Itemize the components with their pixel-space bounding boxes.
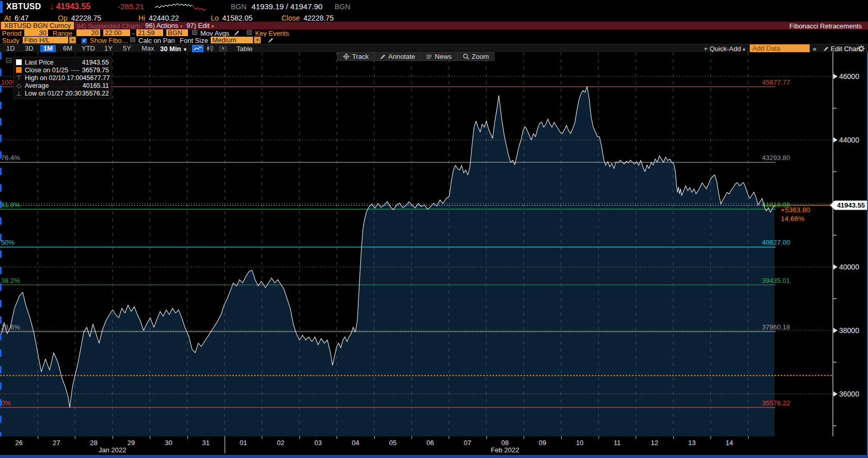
gear-icon[interactable] <box>858 45 865 52</box>
price-chart[interactable]: 100%45677.7776.4%43293.8061.8%41818.9850… <box>0 52 868 436</box>
ticker-symbol: XBTUSD <box>6 2 41 11</box>
tab-ytd[interactable]: YTD <box>78 45 98 52</box>
table-view-button[interactable]: Table <box>236 45 252 53</box>
range-tab-bar: 1D 3D 1M 6M YTD 1Y 5Y Max 30 Min ▼ ▾ Tab… <box>0 44 868 52</box>
tab-1d[interactable]: 1D <box>3 45 18 52</box>
calc-on-pan-label: Calc on Pan <box>138 37 175 44</box>
day-tick <box>449 436 449 439</box>
study-dropdown-caret[interactable]: ▾ <box>69 37 76 43</box>
tab-5y[interactable]: 5Y <box>120 45 134 52</box>
time-to-input[interactable]: 21:59 <box>136 29 163 36</box>
quick-add-button[interactable]: + Quick-Add ▾ <box>704 45 745 53</box>
date-label: 12 <box>648 439 662 447</box>
chart-plot-area[interactable]: 100%45677.7776.4%43293.8061.8%41818.9850… <box>0 52 868 436</box>
annotate-button[interactable]: Annotate <box>374 53 421 60</box>
tab-1m-selected[interactable]: 1M <box>40 45 56 52</box>
news-button[interactable]: News <box>421 53 457 60</box>
edit-chart-button[interactable]: Edit Chart <box>823 45 860 53</box>
bloomberg-terminal-window: XBTUSD ↓ 41943.55 -285.21 BGN 41939.19 /… <box>0 0 868 458</box>
tab-3d[interactable]: 3D <box>22 45 37 52</box>
y-axis-label: 40000 <box>839 263 859 271</box>
tick-arrow-icon <box>833 264 838 270</box>
stat-low: Lo41582.05 <box>211 14 252 22</box>
day-tick <box>374 436 375 439</box>
tab-max[interactable]: Max <box>138 45 157 52</box>
candlestick-chart-icon[interactable] <box>206 45 217 52</box>
security-field[interactable]: XBTUSD BGN Curncy <box>1 22 74 29</box>
date-label: 09 <box>535 439 549 447</box>
day-tick <box>113 436 113 439</box>
actions-menu[interactable]: 96) Actions ▾ <box>140 22 187 29</box>
show-fibo-label: Show Fibo… <box>90 37 128 44</box>
pencil-icon[interactable] <box>267 37 274 43</box>
chart-settings-row-1: Period 30 Range 20 22:00 - 21:59 BGN Mov… <box>0 29 868 37</box>
day-tick <box>187 436 188 439</box>
day-tick <box>636 436 636 439</box>
dash-style-sample: ---- <box>71 67 80 74</box>
key-events-checkbox[interactable] <box>247 30 252 35</box>
date-label: 30 <box>161 439 176 447</box>
study-select[interactable]: Fibo H/L <box>23 37 68 43</box>
average-marker-icon: ◇ <box>16 82 22 89</box>
interval-select[interactable]: 30 Min ▼ <box>160 45 187 53</box>
range-input[interactable]: 20 <box>76 29 100 36</box>
tab-1y[interactable]: 1Y <box>101 45 116 52</box>
tab-6m[interactable]: 6M <box>60 45 75 52</box>
collapse-chevrons[interactable]: « <box>813 45 816 53</box>
down-arrow-icon: ↓ <box>50 2 54 11</box>
legend-last-price[interactable]: Last Price 41943.55 <box>16 58 109 66</box>
period-input[interactable]: 30 <box>24 29 48 36</box>
fib-pct-label: 0% <box>1 399 11 407</box>
legend-average[interactable]: ◇ Average 40165.11 <box>16 82 109 90</box>
time-from-input[interactable]: 22:00 <box>103 29 130 36</box>
date-label: 05 <box>386 439 400 447</box>
date-label: 28 <box>87 439 101 447</box>
fib-stat-annotation: +5363.80 <box>781 206 810 214</box>
fib-value-label: 35576.22 <box>762 399 790 407</box>
add-data-input[interactable]: Add Data <box>750 44 810 53</box>
mov-avgs-checkbox[interactable] <box>192 30 197 35</box>
range-label: Range <box>53 30 72 37</box>
fib-pct-label: 38.2% <box>1 277 20 285</box>
intraday-sparkline <box>155 2 209 12</box>
tick-arrow-icon <box>833 328 838 333</box>
study-label: Study <box>2 37 19 44</box>
date-label: 13 <box>685 439 699 447</box>
track-button[interactable]: Track <box>338 53 374 60</box>
magnifier-icon <box>463 53 469 60</box>
font-size-select[interactable]: Medium <box>211 37 253 43</box>
chart-type-dropdown[interactable]: ▾ <box>219 45 227 52</box>
ohlc-row: At6:47 Op42228.75 Hi42440.22 Lo41582.05 … <box>0 14 868 22</box>
period-label: Period <box>2 30 22 37</box>
pencil-icon <box>380 54 386 60</box>
day-tick <box>150 436 150 439</box>
last-price: ↓ 41943.55 <box>50 2 90 11</box>
y-axis-label: 38000 <box>839 326 859 335</box>
date-axis: 2627282930310102030405060708091011121314… <box>0 436 868 455</box>
day-tick <box>412 436 412 439</box>
month-separator <box>225 436 225 453</box>
date-label: 10 <box>573 439 587 447</box>
price-source-select[interactable]: BGN <box>166 29 188 36</box>
chart-legend: Last Price 41943.55 Close on 01/25 ---- … <box>13 57 112 99</box>
month-label: Jan 2022 <box>92 446 133 454</box>
chevron-down-icon: ▾ <box>211 24 214 29</box>
legend-collapse-box[interactable]: − <box>6 58 11 63</box>
legend-close-line[interactable]: Close on 01/25 ---- 36579.75 <box>16 66 109 74</box>
day-tick <box>748 436 749 439</box>
date-label: 07 <box>461 439 475 447</box>
line-chart-icon[interactable] <box>192 45 203 52</box>
legend-high[interactable]: ⊤ High on 02/10 17:00 45677.77 <box>16 74 109 82</box>
day-tick <box>299 436 300 439</box>
fib-value-label: 45677.77 <box>762 78 790 86</box>
legend-low[interactable]: ⊥ Low on 01/27 20:30 35576.22 <box>16 90 109 98</box>
edit-menu[interactable]: 97) Edit ▾ <box>182 22 218 29</box>
calc-on-pan-checkbox[interactable] <box>130 37 135 42</box>
show-fibo-checkbox[interactable] <box>82 38 87 43</box>
date-label: 01 <box>236 439 250 447</box>
pencil-icon[interactable] <box>233 30 240 36</box>
date-label: 29 <box>124 439 138 447</box>
y-axis-label: 36000 <box>839 390 859 398</box>
zoom-button[interactable]: Zoom <box>457 53 494 60</box>
font-size-dropdown-caret[interactable]: ▾ <box>254 37 261 43</box>
